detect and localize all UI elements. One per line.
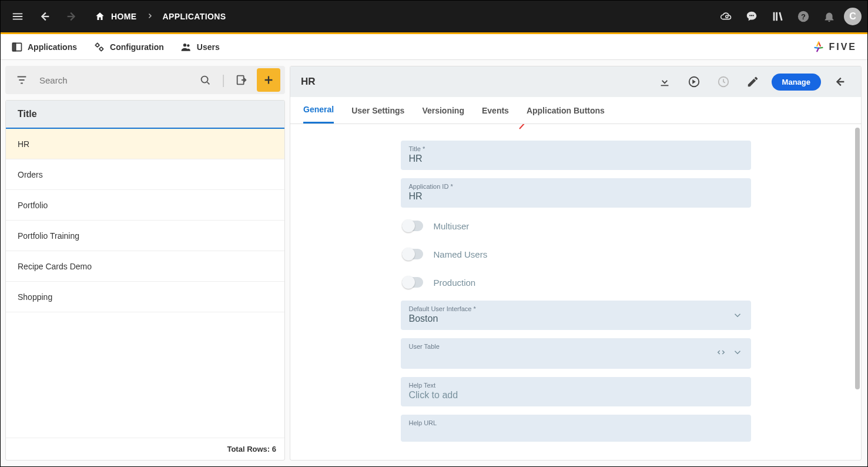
- search-bar: |: [5, 66, 285, 94]
- field-help-text[interactable]: Help Text Click to add: [401, 377, 751, 406]
- annotation-arrow: [517, 124, 535, 131]
- toggle-production[interactable]: [402, 277, 423, 288]
- toggle-named-users-row: Named Users: [401, 244, 751, 264]
- nav-users[interactable]: Users: [180, 41, 220, 53]
- scrollbar[interactable]: [854, 124, 860, 460]
- chevron-down-icon[interactable]: [732, 310, 743, 321]
- field-appid-label: Application ID *: [409, 183, 743, 190]
- field-help-url-label: Help URL: [409, 419, 743, 426]
- manage-button[interactable]: Manage: [772, 74, 821, 91]
- back-arrow-icon[interactable]: [829, 71, 850, 92]
- toggle-named-users[interactable]: [402, 249, 423, 259]
- detail-tabs: GeneralUser SettingsVersioningEventsAppl…: [290, 97, 861, 124]
- svg-point-9: [202, 76, 208, 83]
- nav-configuration[interactable]: Configuration: [93, 41, 164, 53]
- svg-rect-4: [13, 43, 16, 51]
- list-panel: Title HROrdersPortfolioPortfolio Trainin…: [5, 100, 285, 461]
- chevron-down-icon[interactable]: [732, 347, 743, 360]
- list-row[interactable]: Recipe Cards Demo: [6, 251, 284, 282]
- chevron-right-icon: [146, 12, 153, 21]
- module-nav: Applications Configuration Users FIVE: [1, 34, 867, 60]
- search-input[interactable]: [37, 75, 190, 85]
- list-row[interactable]: Orders: [6, 159, 284, 190]
- nav-applications[interactable]: Applications: [11, 41, 77, 53]
- top-right-controls: ? C: [715, 5, 862, 28]
- nav-configuration-label: Configuration: [110, 42, 164, 52]
- library-icon[interactable]: [766, 5, 789, 28]
- forward-icon: [61, 5, 83, 28]
- svg-point-8: [187, 44, 189, 46]
- brand-text: FIVE: [829, 42, 857, 52]
- list-row[interactable]: HR: [6, 129, 284, 159]
- top-left-controls: HOME APPLICATIONS: [6, 5, 226, 28]
- field-title-value: HR: [409, 154, 743, 164]
- breadcrumb-current: APPLICATIONS: [163, 12, 226, 21]
- field-user-table[interactable]: User Table: [401, 338, 751, 369]
- home-icon[interactable]: [95, 11, 105, 22]
- detail-actions: Manage: [654, 71, 850, 92]
- svg-point-7: [183, 44, 186, 46]
- field-appid-value: HR: [409, 191, 743, 202]
- tab-application-buttons[interactable]: Application Buttons: [527, 97, 605, 124]
- list-row[interactable]: Portfolio: [6, 190, 284, 221]
- list-body: HROrdersPortfolioPortfolio TrainingRecip…: [6, 129, 284, 438]
- field-default-ui[interactable]: Default User Interface * Boston: [401, 301, 751, 330]
- back-icon[interactable]: [33, 5, 56, 28]
- field-help-text-label: Help Text: [409, 382, 743, 389]
- field-title-label: Title *: [409, 145, 743, 152]
- list-footer: Total Rows: 6: [6, 438, 284, 460]
- detail-title: HR: [301, 76, 316, 88]
- avatar[interactable]: C: [844, 8, 862, 25]
- tab-versioning[interactable]: Versioning: [422, 97, 464, 124]
- field-appid[interactable]: Application ID * HR: [401, 178, 751, 208]
- field-user-table-label: User Table: [409, 343, 743, 350]
- svg-point-0: [726, 15, 728, 18]
- form-area: Title * HR Application ID * HR Multiuser…: [290, 124, 861, 460]
- add-button[interactable]: [257, 68, 280, 92]
- cloud-icon[interactable]: [715, 5, 737, 28]
- help-icon[interactable]: ?: [792, 5, 815, 28]
- list-header[interactable]: Title: [6, 101, 284, 129]
- top-header: HOME APPLICATIONS ? C: [1, 1, 867, 32]
- svg-text:?: ?: [801, 12, 806, 21]
- field-default-ui-label: Default User Interface *: [409, 305, 743, 312]
- svg-line-13: [520, 124, 530, 129]
- svg-point-6: [100, 47, 103, 50]
- menu-icon[interactable]: [6, 5, 29, 28]
- toggle-multiuser-label: Multiuser: [434, 221, 470, 231]
- field-help-text-value: Click to add: [409, 390, 743, 401]
- filter-icon[interactable]: [10, 68, 33, 92]
- toggle-production-row: Production: [401, 272, 751, 292]
- list-row[interactable]: Portfolio Training: [6, 221, 284, 251]
- tab-events[interactable]: Events: [482, 97, 509, 124]
- search-icon[interactable]: [193, 68, 217, 92]
- download-icon[interactable]: [654, 71, 675, 92]
- deploy-icon[interactable]: [683, 71, 705, 92]
- list-row[interactable]: Shopping: [6, 282, 284, 312]
- brand: FIVE: [812, 41, 857, 54]
- brand-logo-icon: [812, 41, 825, 54]
- code-icon[interactable]: [716, 347, 726, 360]
- separator: |: [222, 72, 225, 88]
- form-inner: Title * HR Application ID * HR Multiuser…: [401, 141, 751, 442]
- breadcrumb-home[interactable]: HOME: [111, 12, 137, 21]
- tab-general[interactable]: General: [303, 97, 334, 124]
- field-default-ui-value: Boston: [409, 313, 743, 324]
- right-pane: HR Manage: [290, 66, 862, 461]
- field-help-url[interactable]: Help URL: [401, 415, 751, 442]
- toggle-named-users-label: Named Users: [434, 249, 488, 259]
- detail-header: HR Manage: [290, 66, 861, 97]
- nav-applications-label: Applications: [28, 42, 77, 52]
- user-table-actions: [716, 347, 743, 360]
- breadcrumb: HOME APPLICATIONS: [95, 11, 226, 22]
- bell-icon[interactable]: [818, 5, 840, 28]
- toggle-multiuser[interactable]: [402, 221, 423, 231]
- toggle-multiuser-row: Multiuser: [401, 216, 751, 236]
- import-icon[interactable]: [230, 68, 253, 92]
- chat-icon[interactable]: [740, 5, 763, 28]
- field-title[interactable]: Title * HR: [401, 141, 751, 170]
- toggle-production-label: Production: [434, 278, 476, 288]
- tab-user-settings[interactable]: User Settings: [351, 97, 404, 124]
- history-icon[interactable]: [713, 71, 734, 92]
- edit-icon[interactable]: [742, 71, 763, 92]
